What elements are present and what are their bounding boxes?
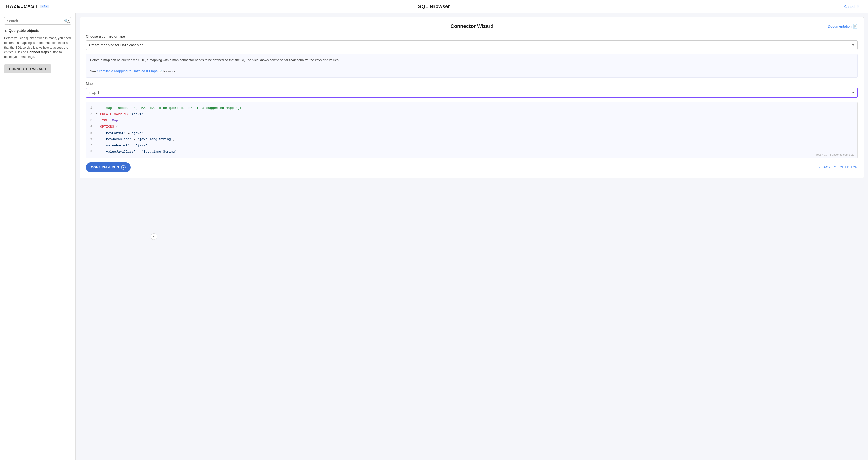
map-select-wrapper: map-1map-2map-3 ▼: [86, 88, 858, 98]
code-line-7: 7 'valueFormat' = 'java',: [86, 143, 858, 149]
logo-area: HAZELCAST v 5.x: [6, 4, 49, 9]
documentation-link[interactable]: Documentation 📄: [828, 24, 858, 29]
collapse-sidebar-button[interactable]: «: [151, 233, 157, 240]
back-to-sql-editor-link[interactable]: ‹ BACK TO SQL EDITOR: [819, 165, 858, 169]
close-icon: ✕: [856, 4, 860, 9]
top-bar: HAZELCAST v 5.x SQL Browser Cancel ✕: [0, 0, 868, 13]
search-box: 🔍: [4, 17, 71, 25]
connector-type-select-wrapper: Create mapping for Hazelcast Map ▼: [86, 40, 858, 50]
info-box: Before a map can be queried via SQL, a m…: [86, 54, 858, 78]
play-icon: ▶: [121, 165, 126, 170]
connector-type-label: Choose a connector type: [86, 34, 858, 38]
cancel-button[interactable]: Cancel ✕: [842, 3, 862, 10]
wizard-title: Connector Wizard: [116, 23, 828, 29]
chevron-up-icon: ▲: [4, 29, 7, 32]
connector-type-select[interactable]: Create mapping for Hazelcast Map: [86, 40, 858, 50]
info-link[interactable]: Creating a Mapping to Hazelcast Maps 📄: [97, 69, 163, 73]
code-line-1: 1 -- map-1 needs a SQL MAPPING to be que…: [86, 105, 858, 111]
section-header: ▲ Queryable objects: [4, 29, 71, 33]
refresh-button[interactable]: ↻: [67, 19, 71, 24]
external-link-icon: 📄: [159, 69, 162, 73]
chevron-left-icon: ‹: [819, 165, 820, 169]
page-title: SQL Browser: [418, 3, 450, 9]
code-line-6: 6 'keyJavaClass' = 'java.lang.String',: [86, 136, 858, 143]
sidebar-description: Before you can query entries in maps, yo…: [4, 36, 71, 59]
document-icon: 📄: [852, 24, 858, 29]
main-layout: 🔍 ↻ ▲ Queryable objects Before you can q…: [0, 13, 868, 460]
code-lines: 1 -- map-1 needs a SQL MAPPING to be que…: [86, 102, 858, 158]
code-line-8: 8 'valueJavaClass' = 'java.lang.String': [86, 149, 858, 155]
search-input[interactable]: [7, 19, 62, 23]
section-title: Queryable objects: [8, 29, 39, 33]
confirm-run-button[interactable]: CONFIRM & RUN ▶: [86, 163, 131, 172]
code-line-5: 5 'keyFormat' = 'java',: [86, 130, 858, 137]
wizard-actions: CONFIRM & RUN ▶ ‹ BACK TO SQL EDITOR: [86, 163, 858, 172]
top-bar-actions: Cancel ✕: [842, 3, 862, 10]
map-select[interactable]: map-1map-2map-3: [86, 88, 858, 98]
map-label: Map: [86, 82, 858, 86]
code-line-3: 3 TYPE IMap: [86, 118, 858, 124]
code-line-4: 4 OPTIONS (: [86, 124, 858, 130]
code-editor[interactable]: 1 -- map-1 needs a SQL MAPPING to be que…: [86, 102, 858, 158]
logo-badge: v 5.x: [40, 4, 49, 8]
code-line-2: 2 ▼ CREATE MAPPING "map-1": [86, 111, 858, 118]
sidebar: 🔍 ↻ ▲ Queryable objects Before you can q…: [0, 13, 75, 460]
wizard-header: Connector Wizard Documentation 📄: [86, 23, 858, 29]
logo-text: HAZELCAST: [6, 4, 38, 9]
content-area: Connector Wizard Documentation 📄 Choose …: [75, 13, 868, 460]
wizard-panel: Connector Wizard Documentation 📄 Choose …: [80, 17, 864, 178]
connector-wizard-button[interactable]: CONNECTOR WIZARD: [4, 64, 51, 73]
code-hint: Press <Ctrl+Space> to complete: [814, 153, 855, 156]
